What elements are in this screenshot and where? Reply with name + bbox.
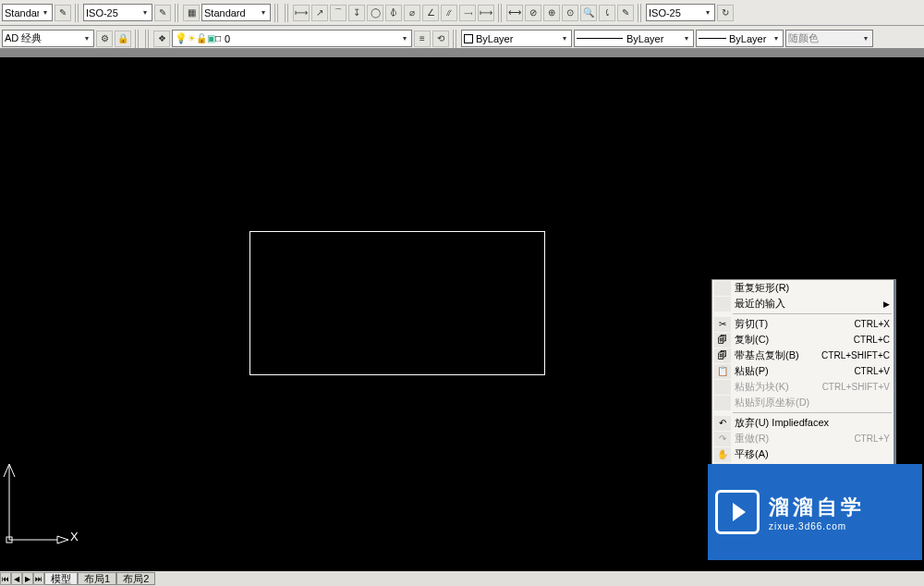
table-style-dropdown[interactable]: Standard▾ xyxy=(201,4,271,21)
toolbar-grip xyxy=(75,4,79,22)
workspace-settings-icon[interactable]: ⚙ xyxy=(96,31,113,47)
center-mark-icon[interactable]: ⊙ xyxy=(562,5,578,21)
dim-jogline-icon[interactable]: ⤹ xyxy=(599,5,615,21)
menu-cut[interactable]: ✂剪切(T)CTRL+X xyxy=(712,316,894,332)
toolbar-grip xyxy=(453,30,457,48)
paste-icon: 📋 xyxy=(714,364,731,379)
drawing-canvas[interactable]: X Y 重复矩形(R) 最近的输入▶ ✂剪切(T)CTRL+X 🗐复制(C)CT… xyxy=(0,48,924,571)
tab-layout2[interactable]: 布局2 xyxy=(116,572,155,585)
menu-redo: ↷重做(R)CTRL+Y xyxy=(712,431,894,446)
dim-style-dropdown[interactable]: ISO-25▾ xyxy=(83,4,152,21)
copy-icon: 🗐 xyxy=(714,333,731,348)
dim-style-dropdown-2[interactable]: ISO-25▾ xyxy=(646,4,715,21)
dim-continue-icon[interactable]: ⟼ xyxy=(478,5,494,21)
canvas-top-edge xyxy=(0,48,924,57)
dim-linear-icon[interactable]: ⟼ xyxy=(293,5,310,21)
menu-separator xyxy=(733,313,892,314)
dim-update-icon[interactable]: ↻ xyxy=(717,5,734,21)
workspace-dropdown[interactable]: AD 经典▾ xyxy=(2,30,94,47)
layer-manager-icon[interactable]: ❖ xyxy=(153,31,170,47)
dim-angular-icon[interactable]: ∠ xyxy=(422,5,439,21)
dim-arc-icon[interactable]: ⌒ xyxy=(330,5,346,21)
toolbar-grip xyxy=(175,4,179,22)
dim-diameter-icon[interactable]: ⌀ xyxy=(404,5,420,21)
workspace-lock-icon[interactable]: 🔒 xyxy=(115,31,131,47)
table-style-icon[interactable]: ▦ xyxy=(183,5,200,21)
plotstyle-dropdown[interactable]: 随颜色▾ xyxy=(785,30,873,47)
toolbar-grip xyxy=(274,4,279,22)
tab-layout1[interactable]: 布局1 xyxy=(78,572,116,585)
layer-states-icon[interactable]: ≡ xyxy=(414,31,431,47)
dim-quick-icon[interactable]: ⫽ xyxy=(441,5,457,21)
dim-space-icon[interactable]: ⟷ xyxy=(506,5,523,21)
scissors-icon: ✂ xyxy=(714,317,731,332)
toolbar-grip xyxy=(498,4,503,22)
dim-break-icon[interactable]: ⊘ xyxy=(525,5,541,21)
toolbar-grip xyxy=(145,30,150,48)
dim-ordinate-icon[interactable]: ↧ xyxy=(348,5,365,21)
toolbar-grip xyxy=(638,4,642,22)
menu-recent-input[interactable]: 最近的输入▶ xyxy=(712,296,894,311)
layout-tabs-bar: ⏮ ◀ ▶ ⏭ 模型 布局1 布局2 xyxy=(0,571,924,586)
ucs-x-label: X xyxy=(70,530,79,543)
color-dropdown[interactable]: ByLayer▾ xyxy=(461,30,572,47)
dim-jog-icon[interactable]: ⦽ xyxy=(385,5,402,21)
menu-pan[interactable]: ✋平移(A) xyxy=(712,446,894,462)
watermark-banner: 溜溜自学 zixue.3d66.com xyxy=(708,464,922,560)
menu-undo[interactable]: ↶放弃(U) Impliedfacex xyxy=(712,415,894,431)
redo-icon: ↷ xyxy=(714,432,731,446)
menu-copy[interactable]: 🗐复制(C)CTRL+C xyxy=(712,332,894,348)
lineweight-dropdown[interactable]: ByLayer▾ xyxy=(696,30,784,47)
dim-style-edit-icon[interactable]: ✎ xyxy=(154,5,171,21)
tab-nav-first[interactable]: ⏮ xyxy=(0,572,11,585)
dim-edit-icon[interactable]: ✎ xyxy=(617,5,634,21)
watermark-url: zixue.3d66.com xyxy=(769,521,865,531)
layer-prev-icon[interactable]: ⟲ xyxy=(432,31,449,47)
tab-model[interactable]: 模型 xyxy=(44,572,78,585)
undo-icon: ↶ xyxy=(714,416,731,431)
dim-radius-icon[interactable]: ◯ xyxy=(367,5,383,21)
toolbar-grip xyxy=(135,30,140,48)
inspect-icon[interactable]: 🔍 xyxy=(580,5,597,21)
copy-base-icon: 🗐 xyxy=(714,348,731,363)
menu-repeat[interactable]: 重复矩形(R) xyxy=(712,280,894,296)
layer-dropdown[interactable]: 💡 ☀ 🔓 ▣ □ 0 ▾ xyxy=(172,30,412,47)
tab-nav-prev[interactable]: ◀ xyxy=(11,572,22,585)
watermark-title: 溜溜自学 xyxy=(769,494,865,521)
tolerance-icon[interactable]: ⊕ xyxy=(543,5,560,21)
tab-nav-next[interactable]: ▶ xyxy=(22,572,33,585)
menu-separator xyxy=(733,412,892,413)
svg-marker-2 xyxy=(57,536,68,543)
text-style-edit-icon[interactable]: ✎ xyxy=(55,5,71,21)
hand-icon: ✋ xyxy=(714,447,731,462)
tab-nav-last[interactable]: ⏭ xyxy=(33,572,44,585)
menu-paste-orig: 粘贴到原坐标(D) xyxy=(712,395,894,410)
dim-aligned-icon[interactable]: ↗ xyxy=(311,5,328,21)
toolbar-styles-row: Standard▾ ✎ ISO-25▾ ✎ ▦ Standard▾ ⟼ ↗ ⌒ … xyxy=(0,0,924,26)
linetype-dropdown[interactable]: ByLayer▾ xyxy=(574,30,694,47)
toolbar-grip xyxy=(285,4,289,22)
menu-paste-block: 粘贴为块(K)CTRL+SHIFT+V xyxy=(712,379,894,395)
play-icon xyxy=(715,490,760,534)
submenu-arrow-icon: ▶ xyxy=(883,299,890,309)
menu-copy-base[interactable]: 🗐带基点复制(B)CTRL+SHIFT+C xyxy=(712,348,894,363)
menu-paste[interactable]: 📋粘贴(P)CTRL+V xyxy=(712,363,894,379)
text-style-dropdown[interactable]: Standard▾ xyxy=(2,4,53,21)
dim-baseline-icon[interactable]: ⟞ xyxy=(459,5,476,21)
rectangle-object[interactable] xyxy=(249,231,545,375)
